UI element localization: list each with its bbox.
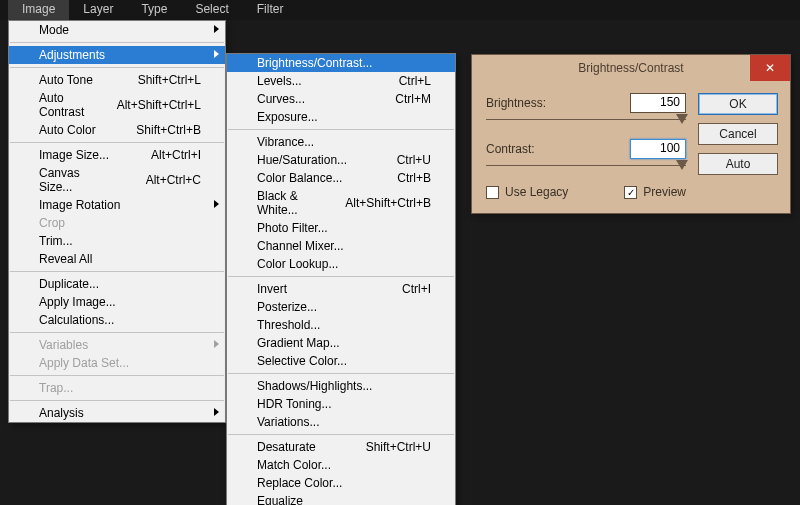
menu-item[interactable]: Brightness/Contrast... [227, 54, 455, 72]
menu-item-shortcut: Alt+Ctrl+I [151, 148, 201, 162]
brightness-slider[interactable] [486, 115, 686, 129]
menu-item[interactable]: Replace Color... [227, 474, 455, 492]
menu-item-label: Variations... [257, 415, 319, 429]
menu-item[interactable]: Apply Image... [9, 293, 225, 311]
menu-item[interactable]: Color Lookup... [227, 255, 455, 273]
menu-item[interactable]: Reveal All [9, 250, 225, 268]
preview-checkbox[interactable]: ✓ Preview [624, 185, 686, 199]
menu-item[interactable]: Exposure... [227, 108, 455, 126]
menu-item[interactable]: Trim... [9, 232, 225, 250]
menu-item-label: Duplicate... [39, 277, 99, 291]
menu-item-label: Desaturate [257, 440, 316, 454]
menu-item[interactable]: Duplicate... [9, 275, 225, 293]
checkbox-icon [486, 186, 499, 199]
menu-item-label: Levels... [257, 74, 302, 88]
dialog-titlebar[interactable]: Brightness/Contrast ✕ [472, 55, 790, 81]
menu-item[interactable]: Gradient Map... [227, 334, 455, 352]
menu-item-shortcut: Ctrl+U [397, 153, 431, 167]
menu-item-label: Canvas Size... [39, 166, 116, 194]
menu-item-label: Hue/Saturation... [257, 153, 347, 167]
menu-item[interactable]: Threshold... [227, 316, 455, 334]
menu-item[interactable]: Calculations... [9, 311, 225, 329]
menu-item[interactable]: Canvas Size...Alt+Ctrl+C [9, 164, 225, 196]
contrast-slider[interactable] [486, 161, 686, 175]
menu-item: Variables [9, 336, 225, 354]
image-menu: ModeAdjustmentsAuto ToneShift+Ctrl+LAuto… [8, 20, 226, 423]
contrast-label: Contrast: [486, 142, 535, 156]
menu-item-label: Threshold... [257, 318, 320, 332]
menu-item[interactable]: Black & White...Alt+Shift+Ctrl+B [227, 187, 455, 219]
menu-item[interactable]: Match Color... [227, 456, 455, 474]
menubar-item-type[interactable]: Type [127, 0, 181, 20]
menu-item-label: Black & White... [257, 189, 315, 217]
menu-item-label: Trap... [39, 381, 73, 395]
menu-item-shortcut: Shift+Ctrl+L [138, 73, 201, 87]
menu-item[interactable]: Hue/Saturation...Ctrl+U [227, 151, 455, 169]
auto-button[interactable]: Auto [698, 153, 778, 175]
menu-item[interactable]: Curves...Ctrl+M [227, 90, 455, 108]
menu-item[interactable]: Posterize... [227, 298, 455, 316]
menubar: ImageLayerTypeSelectFilter [0, 0, 800, 20]
menu-item-label: Mode [39, 23, 69, 37]
menu-item-label: Shadows/Highlights... [257, 379, 372, 393]
menu-item-label: Selective Color... [257, 354, 347, 368]
ok-button[interactable]: OK [698, 93, 778, 115]
brightness-input[interactable]: 150 [630, 93, 686, 113]
menu-item-shortcut: Alt+Ctrl+C [146, 173, 201, 187]
menu-item[interactable]: Vibrance... [227, 133, 455, 151]
menu-item[interactable]: Auto ToneShift+Ctrl+L [9, 71, 225, 89]
menu-item[interactable]: Mode [9, 21, 225, 39]
cancel-button[interactable]: Cancel [698, 123, 778, 145]
menu-item-label: Invert [257, 282, 287, 296]
contrast-slider-thumb[interactable] [676, 160, 688, 170]
menu-item[interactable]: Photo Filter... [227, 219, 455, 237]
adjustments-submenu: Brightness/Contrast...Levels...Ctrl+LCur… [226, 53, 456, 505]
menu-item[interactable]: Analysis [9, 404, 225, 422]
brightness-slider-thumb[interactable] [676, 114, 688, 124]
menu-item[interactable]: Variations... [227, 413, 455, 431]
menu-item-label: Variables [39, 338, 88, 352]
menu-item[interactable]: Color Balance...Ctrl+B [227, 169, 455, 187]
use-legacy-checkbox[interactable]: Use Legacy [486, 185, 568, 199]
menu-item-label: Brightness/Contrast... [257, 56, 372, 70]
menu-item[interactable]: Image Size...Alt+Ctrl+I [9, 146, 225, 164]
menu-item-shortcut: Alt+Shift+Ctrl+B [345, 196, 431, 210]
menu-item-label: Apply Image... [39, 295, 116, 309]
menu-item[interactable]: Auto ColorShift+Ctrl+B [9, 121, 225, 139]
menubar-item-layer[interactable]: Layer [69, 0, 127, 20]
chevron-right-icon [214, 200, 219, 208]
menubar-item-filter[interactable]: Filter [243, 0, 298, 20]
menu-item[interactable]: Auto ContrastAlt+Shift+Ctrl+L [9, 89, 225, 121]
menu-item[interactable]: InvertCtrl+I [227, 280, 455, 298]
menu-item-label: Posterize... [257, 300, 317, 314]
menu-item: Apply Data Set... [9, 354, 225, 372]
contrast-input[interactable]: 100 [630, 139, 686, 159]
chevron-right-icon [214, 50, 219, 58]
menu-item[interactable]: Shadows/Highlights... [227, 377, 455, 395]
menu-item[interactable]: Channel Mixer... [227, 237, 455, 255]
menu-item: Crop [9, 214, 225, 232]
menu-item-label: Photo Filter... [257, 221, 328, 235]
menu-item-label: Replace Color... [257, 476, 342, 490]
menu-item-label: Auto Tone [39, 73, 93, 87]
preview-label: Preview [643, 185, 686, 199]
menu-item-shortcut: Shift+Ctrl+U [366, 440, 431, 454]
menu-item-shortcut: Ctrl+B [397, 171, 431, 185]
close-icon: ✕ [765, 61, 775, 75]
menu-item-label: Image Rotation [39, 198, 120, 212]
menu-item[interactable]: HDR Toning... [227, 395, 455, 413]
menubar-item-image[interactable]: Image [8, 0, 69, 20]
menu-item-label: Match Color... [257, 458, 331, 472]
menu-item[interactable]: Adjustments [9, 46, 225, 64]
menu-item-shortcut: Ctrl+M [395, 92, 431, 106]
menu-item-shortcut: Alt+Shift+Ctrl+L [117, 98, 201, 112]
menu-item[interactable]: Selective Color... [227, 352, 455, 370]
menu-item[interactable]: Image Rotation [9, 196, 225, 214]
close-button[interactable]: ✕ [750, 55, 790, 81]
menu-item-label: HDR Toning... [257, 397, 331, 411]
menu-item[interactable]: DesaturateShift+Ctrl+U [227, 438, 455, 456]
menubar-item-select[interactable]: Select [181, 0, 242, 20]
menu-item[interactable]: Equalize [227, 492, 455, 505]
menu-item[interactable]: Levels...Ctrl+L [227, 72, 455, 90]
menu-item-label: Color Lookup... [257, 257, 338, 271]
